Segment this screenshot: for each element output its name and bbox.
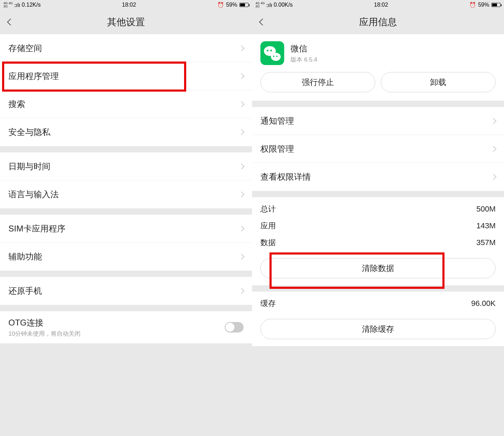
- clear-data-button[interactable]: 清除数据: [260, 258, 496, 278]
- chevron-right-icon: [239, 288, 245, 294]
- item-permissions[interactable]: 权限管理: [252, 135, 504, 163]
- chevron-right-icon: [239, 129, 245, 135]
- net-speed: 0.00K/s: [274, 2, 293, 8]
- chevron-right-icon: [239, 45, 245, 51]
- item-accessibility[interactable]: 辅助功能: [0, 243, 252, 271]
- clear-cache-button[interactable]: 清除缓存: [260, 319, 496, 339]
- app-name: 微信: [290, 43, 317, 54]
- nav-header: 应用信息: [252, 10, 504, 34]
- signal-icon: ːılı: [14, 2, 20, 8]
- chevron-right-icon: [491, 174, 497, 180]
- clock: 18:02: [41, 2, 217, 8]
- net-speed: 0.12K/s: [22, 2, 41, 8]
- signal-icon: ːılı: [266, 2, 272, 8]
- action-buttons: 强行停止 卸载: [252, 72, 504, 101]
- battery-icon: [239, 3, 248, 7]
- alarm-icon: ⏰: [217, 2, 224, 8]
- item-datetime[interactable]: 日期与时间: [0, 152, 252, 180]
- chevron-right-icon: [239, 73, 245, 79]
- chevron-right-icon: [239, 101, 245, 107]
- row-cache: 缓存 96.00K: [252, 295, 504, 312]
- back-button[interactable]: [0, 12, 21, 33]
- battery-icon: [491, 3, 500, 7]
- item-reset[interactable]: 还原手机: [0, 277, 252, 305]
- row-app: 应用 143M: [252, 217, 504, 234]
- battery-percent: 59%: [226, 2, 237, 8]
- network-type-icon: 4G 4G2G: [255, 2, 265, 8]
- chevron-right-icon: [239, 163, 245, 169]
- item-app-management[interactable]: 应用程序管理: [0, 62, 252, 90]
- row-data: 数据 357M: [252, 234, 504, 251]
- item-storage[interactable]: 存储空间: [0, 34, 252, 62]
- chevron-left-icon: [7, 19, 14, 26]
- chevron-right-icon: [239, 192, 245, 198]
- row-total: 总计 500M: [252, 201, 504, 217]
- item-otg[interactable]: OTG连接 10分钟未使用，将自动关闭: [0, 311, 252, 343]
- back-button[interactable]: [252, 12, 273, 33]
- clock: 18:02: [293, 2, 469, 8]
- force-stop-button[interactable]: 强行停止: [260, 72, 375, 92]
- network-type-icon: 4G 4G2G: [4, 2, 13, 8]
- wechat-icon: [260, 41, 284, 65]
- app-version: 版本 6.5.4: [290, 56, 317, 64]
- item-security[interactable]: 安全与隐私: [0, 118, 252, 146]
- item-sim[interactable]: SIM卡应用程序: [0, 215, 252, 243]
- item-language[interactable]: 语言与输入法: [0, 180, 252, 208]
- screen-app-info: 4G 4G2G ːılı 0.00K/s 18:02 ⏰ 59% 应用信息 微信…: [252, 0, 504, 436]
- page-title: 应用信息: [252, 16, 504, 28]
- alarm-icon: ⏰: [469, 2, 476, 8]
- item-notifications[interactable]: 通知管理: [252, 107, 504, 135]
- otg-toggle[interactable]: [225, 322, 244, 333]
- chevron-right-icon: [491, 118, 497, 124]
- item-search[interactable]: 搜索: [0, 90, 252, 118]
- nav-header: 其他设置: [0, 10, 252, 34]
- screen-other-settings: 4G 4G2G ːılı 0.12K/s 18:02 ⏰ 59% 其他设置 存储…: [0, 0, 252, 436]
- uninstall-button[interactable]: 卸载: [381, 72, 496, 92]
- status-bar: 4G 4G2G ːılı 0.00K/s 18:02 ⏰ 59%: [252, 0, 504, 10]
- battery-percent: 59%: [478, 2, 489, 8]
- chevron-right-icon: [239, 226, 245, 231]
- settings-list: 存储空间 应用程序管理 搜索 安全与隐私: [0, 34, 252, 146]
- app-header: 微信 版本 6.5.4: [252, 34, 504, 72]
- storage-info: 总计 500M 应用 143M 数据 357M: [252, 197, 504, 251]
- chevron-right-icon: [491, 146, 497, 152]
- item-permission-detail[interactable]: 查看权限详情: [252, 163, 504, 191]
- page-title: 其他设置: [0, 16, 252, 28]
- status-bar: 4G 4G2G ːılı 0.12K/s 18:02 ⏰ 59%: [0, 0, 252, 10]
- chevron-left-icon: [259, 19, 266, 26]
- chevron-right-icon: [239, 254, 245, 260]
